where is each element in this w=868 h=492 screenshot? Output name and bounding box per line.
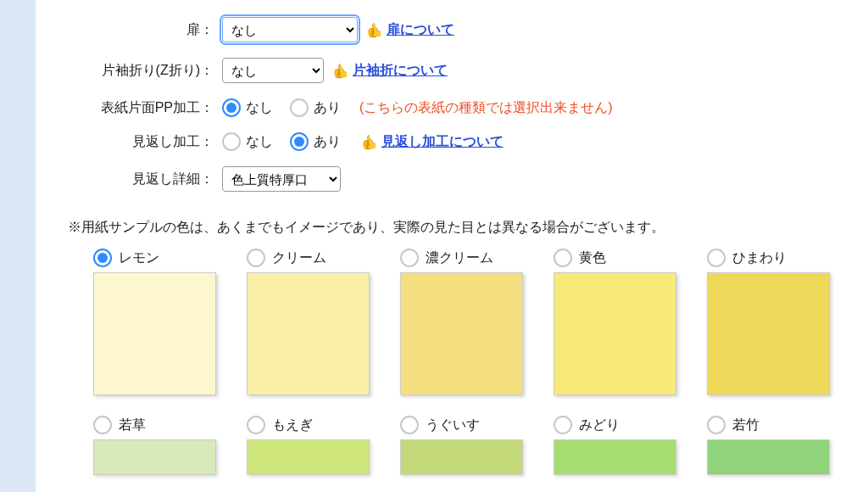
swatch-cell: クリーム	[247, 249, 370, 395]
radio-mikaeshi-none[interactable]	[222, 132, 241, 151]
pp-warning: (こちらの表紙の種類では選択出来ません)	[359, 99, 613, 117]
swatch-cell: 濃クリーム	[400, 249, 523, 395]
swatch-radio[interactable]	[707, 249, 726, 267]
radio-group-pp: なし あり	[222, 98, 353, 117]
swatch-name: 濃クリーム	[426, 249, 493, 267]
swatch-radio[interactable]	[554, 249, 572, 267]
label-mikaeshi: 見返し加工：	[53, 133, 222, 151]
select-door[interactable]: なし	[222, 17, 358, 42]
radio-label-mikaeshi-none: なし	[246, 133, 273, 151]
label-zfold: 片袖折り(Z折り)：	[53, 62, 222, 80]
swatch-radio[interactable]	[707, 416, 726, 434]
select-mikaeshi-detail[interactable]: 色上質特厚口	[222, 166, 341, 192]
swatch-box	[707, 439, 830, 475]
swatch-box	[554, 439, 676, 475]
row-pp: 表紙片面PP加工： なし あり (こちらの表紙の種類では選択出来ません)	[53, 98, 851, 117]
select-zfold[interactable]: なし	[222, 58, 324, 83]
swatch-radio[interactable]	[400, 249, 419, 267]
radio-label-pp-yes: あり	[314, 99, 341, 117]
link-mikaeshi-about[interactable]: 見返し加工について	[381, 133, 504, 151]
swatch-name: 黄色	[579, 249, 606, 267]
swatch-name: もえぎ	[272, 417, 313, 434]
link-zfold-about[interactable]: 片袖折について	[353, 62, 448, 80]
swatch-head: もえぎ	[247, 416, 370, 434]
swatch-head: 若竹	[707, 416, 830, 434]
swatch-cell: 黄色	[554, 249, 676, 395]
swatch-box	[400, 439, 523, 475]
swatch-head: うぐいす	[400, 416, 523, 434]
swatch-cell: ひまわり	[707, 249, 830, 395]
thumbs-up-icon: 👍	[366, 22, 383, 38]
radio-group-mikaeshi: なし あり	[222, 132, 353, 151]
swatch-box	[400, 272, 523, 395]
swatch-box	[554, 272, 676, 395]
left-rail	[0, 0, 36, 492]
swatch-head: 黄色	[554, 249, 676, 267]
radio-mikaeshi-yes[interactable]	[290, 132, 309, 151]
swatch-cell: うぐいす	[400, 416, 523, 475]
radio-label-mikaeshi-yes: あり	[314, 133, 341, 151]
swatch-head: 濃クリーム	[400, 249, 523, 267]
swatch-head: クリーム	[247, 249, 370, 267]
swatch-name: レモン	[119, 249, 159, 267]
row-mikaeshi-detail: 見返し詳細： 色上質特厚口	[53, 166, 851, 192]
row-mikaeshi: 見返し加工： なし あり 👍 見返し加工について	[53, 132, 851, 151]
swatch-head: ひまわり	[707, 249, 830, 267]
swatch-name: クリーム	[272, 249, 326, 267]
swatch-name: 若竹	[732, 417, 760, 434]
swatch-grid: レモンクリーム濃クリーム黄色ひまわり若草もえぎうぐいすみどり若竹	[93, 249, 851, 475]
main-content: 扉： なし 👍 扉について 片袖折り(Z折り)： なし 👍 片袖折について 表紙…	[36, 0, 868, 492]
swatch-radio[interactable]	[93, 416, 112, 434]
radio-label-pp-none: なし	[246, 99, 273, 117]
sample-note: ※用紙サンプルの色は、あくまでもイメージであり、実際の見た目とは異なる場合がござ…	[68, 219, 851, 237]
swatch-name: みどり	[579, 417, 620, 434]
swatch-radio[interactable]	[247, 416, 265, 434]
row-door: 扉： なし 👍 扉について	[53, 17, 851, 42]
swatch-box	[93, 439, 216, 475]
swatch-radio[interactable]	[93, 249, 112, 267]
label-mikaeshi-detail: 見返し詳細：	[53, 171, 222, 188]
swatch-box	[707, 272, 830, 395]
swatch-cell: レモン	[93, 249, 216, 395]
radio-pp-yes[interactable]	[290, 98, 309, 117]
swatch-name: うぐいす	[426, 417, 480, 434]
swatch-cell: 若草	[93, 416, 216, 475]
swatch-cell: みどり	[554, 416, 676, 475]
swatch-box	[247, 272, 370, 395]
swatch-radio[interactable]	[554, 416, 572, 434]
link-door-about[interactable]: 扉について	[387, 21, 454, 39]
thumbs-up-icon: 👍	[361, 134, 378, 150]
swatch-cell: もえぎ	[247, 416, 370, 475]
swatch-head: 若草	[93, 416, 216, 434]
swatch-radio[interactable]	[247, 249, 265, 267]
swatch-name: ひまわり	[732, 249, 787, 267]
radio-pp-none[interactable]	[222, 98, 241, 117]
swatch-box	[93, 272, 216, 395]
swatch-radio[interactable]	[400, 416, 419, 434]
swatch-cell: 若竹	[707, 416, 830, 475]
swatch-box	[247, 439, 370, 475]
swatch-head: レモン	[93, 249, 216, 267]
swatch-head: みどり	[554, 416, 676, 434]
label-door: 扉：	[53, 21, 222, 39]
swatch-name: 若草	[119, 417, 146, 434]
thumbs-up-icon: 👍	[332, 63, 349, 79]
row-zfold: 片袖折り(Z折り)： なし 👍 片袖折について	[53, 58, 851, 83]
label-pp: 表紙片面PP加工：	[53, 99, 222, 117]
